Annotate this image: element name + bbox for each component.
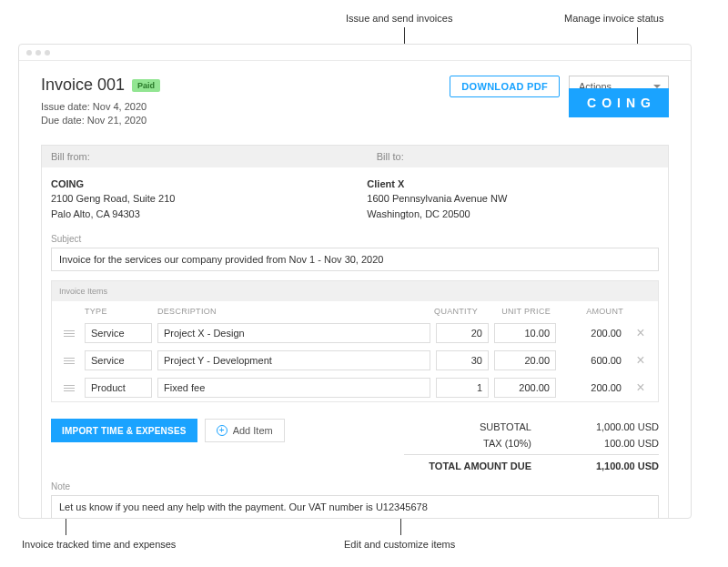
annotation-manage-status: Manage invoice status	[564, 13, 663, 24]
subtotal-label: SUBTOTAL	[404, 421, 531, 432]
note-label: Note	[42, 478, 668, 495]
status-badge: Paid	[132, 79, 160, 92]
item-description-input[interactable]: Project X - Design	[157, 323, 430, 343]
col-amount: AMOUNT	[551, 307, 623, 316]
delete-item-icon[interactable]: ×	[631, 325, 651, 341]
subtotal-value: 1,000.00 USD	[568, 421, 659, 432]
item-amount: 200.00	[561, 382, 625, 393]
item-quantity-input[interactable]: 30	[436, 350, 489, 370]
bill-to-line1: 1600 Pennsylvania Avenue NW	[367, 193, 507, 204]
traffic-light-icon	[35, 50, 41, 56]
delete-item-icon[interactable]: ×	[631, 380, 651, 396]
bill-to-header: Bill to:	[368, 146, 668, 167]
col-spacer	[623, 307, 651, 316]
bill-to-line2: Washington, DC 20500	[367, 208, 470, 219]
add-item-button[interactable]: + Add Item	[205, 419, 285, 442]
drag-handle-icon[interactable]	[59, 325, 79, 341]
item-description-input[interactable]: Fixed fee	[157, 378, 430, 398]
note-input[interactable]: Let us know if you need any help with th…	[51, 495, 659, 519]
totals-block: SUBTOTAL 1,000.00 USD TAX (10%) 100.00 U…	[404, 419, 659, 474]
bill-from-header: Bill from:	[42, 146, 368, 167]
item-description-input[interactable]: Project Y - Development	[157, 350, 430, 370]
annotation-issue-invoices: Issue and send invoices	[346, 13, 452, 24]
app-window: Invoice 001 Paid Issue date: Nov 4, 2020…	[18, 44, 692, 519]
item-type-input[interactable]: Service	[85, 323, 152, 343]
delete-item-icon[interactable]: ×	[631, 352, 651, 369]
import-time-expenses-button[interactable]: IMPORT TIME & EXPENSES	[51, 419, 197, 442]
item-quantity-input[interactable]: 1	[436, 378, 489, 398]
plus-icon: +	[217, 425, 228, 436]
download-pdf-button[interactable]: DOWNLOAD PDF	[450, 76, 560, 97]
subject-input[interactable]: Invoice for the services our company pro…	[51, 248, 659, 271]
issue-date: Issue date: Nov 4, 2020	[41, 100, 160, 114]
bill-from-block: COING 2100 Geng Road, Suite 210 Palo Alt…	[51, 177, 367, 222]
col-price: UNIT PRICE	[478, 307, 551, 316]
item-type-input[interactable]: Product	[85, 378, 152, 398]
bill-from-name: COING	[51, 178, 84, 189]
invoice-item-row: ServiceProject X - Design2010.00200.00×	[52, 319, 658, 347]
window-titlebar	[19, 45, 691, 61]
annotation-customize: Edit and customize items	[344, 539, 455, 550]
page-title: Invoice 001 Paid	[41, 76, 160, 95]
item-amount: 600.00	[561, 355, 625, 366]
tax-value: 100.00 USD	[568, 438, 659, 449]
item-unit-price-input[interactable]: 20.00	[494, 350, 556, 370]
invoice-item-row: ProductFixed fee1200.00200.00×	[52, 374, 658, 401]
invoice-items-header: Invoice Items	[52, 281, 658, 301]
item-type-input[interactable]: Service	[85, 350, 152, 370]
bill-from-line2: Palo Alto, CA 94303	[51, 208, 140, 219]
invoice-panel: Bill from: Bill to: COING 2100 Geng Road…	[41, 145, 669, 519]
traffic-light-icon	[26, 50, 32, 56]
col-spacer	[59, 307, 85, 316]
item-quantity-input[interactable]: 20	[436, 323, 489, 343]
col-type: TYPE	[85, 307, 157, 316]
invoice-item-row: ServiceProject Y - Development3020.00600…	[52, 347, 658, 374]
item-amount: 200.00	[561, 328, 625, 339]
bill-to-name: Client X	[367, 178, 404, 189]
tax-label: TAX (10%)	[404, 438, 531, 449]
item-unit-price-input[interactable]: 10.00	[494, 323, 556, 343]
annotation-tracked-time: Invoice tracked time and expenses	[22, 539, 176, 550]
add-item-label: Add Item	[233, 425, 273, 436]
total-label: TOTAL AMOUNT DUE	[404, 461, 531, 471]
subject-label: Subject	[42, 230, 668, 248]
traffic-light-icon	[45, 50, 50, 56]
drag-handle-icon[interactable]	[59, 380, 79, 396]
col-qty: QUANTITY	[414, 307, 478, 316]
bill-from-line1: 2100 Geng Road, Suite 210	[51, 193, 175, 204]
item-unit-price-input[interactable]: 200.00	[494, 378, 556, 398]
drag-handle-icon[interactable]	[59, 352, 79, 369]
invoice-number: Invoice 001	[41, 76, 125, 95]
brand-logo: COING	[569, 88, 669, 117]
col-desc: DESCRIPTION	[157, 307, 414, 316]
due-date: Due date: Nov 21, 2020	[41, 114, 160, 127]
total-value: 1,100.00 USD	[568, 461, 659, 471]
invoice-items-section: Invoice Items TYPE DESCRIPTION QUANTITY …	[51, 280, 659, 402]
bill-to-block: Client X 1600 Pennsylvania Avenue NW Was…	[367, 177, 659, 222]
